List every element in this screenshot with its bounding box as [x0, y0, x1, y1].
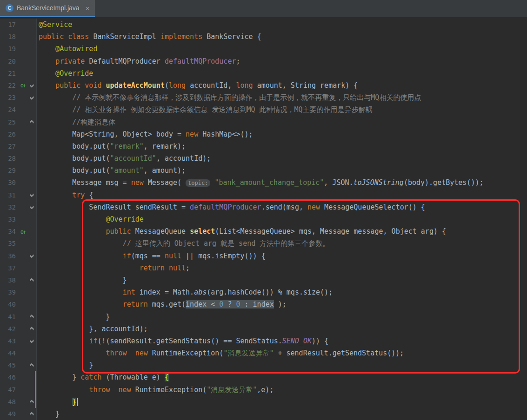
line-number[interactable]: 47	[0, 384, 18, 396]
code-line[interactable]: 22o↑ public void updateAccMount(long acc…	[0, 79, 527, 92]
line-number[interactable]: 40	[0, 298, 18, 310]
code-text[interactable]: body.put("accountId", accountId);	[37, 152, 211, 164]
code-text[interactable]: // 本示例就不像事务消息那样，涉及到数据库方面的操作，由于是示例，就不再重复，…	[37, 92, 421, 104]
code-line[interactable]: 17@Service	[0, 19, 527, 31]
line-number[interactable]: 30	[0, 177, 18, 189]
fold-end-icon[interactable]	[30, 363, 34, 368]
code-text[interactable]: //构建消息体	[37, 116, 115, 128]
code-line[interactable]: 20 private DefaultMQProducer defaultMQPr…	[0, 55, 527, 67]
code-text[interactable]: body.put("amount", amount);	[37, 164, 186, 177]
line-number[interactable]: 38	[0, 274, 18, 286]
code-line[interactable]: 24 // 相关业务操作 例如变更数据库余额信息 发送消息到MQ 此种情况，MQ…	[0, 104, 527, 116]
code-line[interactable]: 29 body.put("amount", amount);	[0, 164, 527, 177]
code-text[interactable]: public MessageQueue select(List<MessageQ…	[37, 225, 446, 237]
line-number[interactable]: 45	[0, 359, 18, 371]
line-number[interactable]: 41	[0, 311, 18, 323]
code-line[interactable]: 42 }, accountId);	[0, 323, 527, 335]
code-text[interactable]: SendResult sendResult = defaultMQProduce…	[37, 201, 425, 213]
code-text[interactable]: private DefaultMQProducer defaultMQProdu…	[37, 55, 240, 67]
code-editor[interactable]: 17@Service18public class BankServiceImpl…	[0, 17, 527, 420]
code-line[interactable]: 37 return null;	[0, 262, 527, 274]
line-number[interactable]: 32	[0, 201, 18, 213]
code-text[interactable]: @Autowired	[37, 43, 97, 55]
code-text[interactable]: try {	[37, 189, 93, 201]
code-text[interactable]: int index = Math.abs(arg.hashCode()) % m…	[37, 286, 333, 298]
line-number[interactable]: 44	[0, 347, 18, 359]
code-text[interactable]: if(mqs == null || mqs.isEmpty()) {	[37, 250, 266, 262]
fold-end-icon[interactable]	[30, 412, 34, 416]
fold-end-icon[interactable]	[30, 120, 34, 124]
line-number[interactable]: 17	[0, 19, 18, 31]
line-number[interactable]: 22	[0, 79, 18, 92]
line-number[interactable]: 42	[0, 323, 18, 335]
code-text[interactable]: // 相关业务操作 例如变更数据库余额信息 发送消息到MQ 此种情况，MQ主要的…	[37, 104, 373, 116]
fold-expanded-icon[interactable]	[30, 84, 34, 88]
code-text[interactable]: if(!(sendResult.getSendStatus() == SendS…	[37, 335, 328, 347]
line-number[interactable]: 37	[0, 262, 18, 274]
code-line[interactable]: 21 @Override	[0, 67, 527, 79]
line-number[interactable]: 49	[0, 408, 18, 420]
code-line[interactable]: 23 // 本示例就不像事务消息那样，涉及到数据库方面的操作，由于是示例，就不再…	[0, 92, 527, 104]
code-text[interactable]: @Override	[37, 213, 144, 225]
code-line[interactable]: 49 }	[0, 408, 527, 420]
code-text[interactable]: body.put("remark", remark);	[37, 140, 186, 152]
code-line[interactable]: 32 SendResult sendResult = defaultMQProd…	[0, 201, 527, 213]
code-line[interactable]: 40 return mqs.get(index < 0 ? 0 : index …	[0, 298, 527, 310]
code-line[interactable]: 41 }	[0, 311, 527, 323]
code-line[interactable]: 34o↑ public MessageQueue select(List<Mes…	[0, 225, 527, 237]
line-number[interactable]: 26	[0, 128, 18, 140]
code-text[interactable]: }, accountId);	[37, 323, 148, 335]
line-number[interactable]: 24	[0, 104, 18, 116]
code-text[interactable]: public class BankServiceImpl implements …	[37, 31, 261, 43]
line-number[interactable]: 19	[0, 43, 18, 55]
fold-expanded-icon[interactable]	[30, 205, 34, 209]
code-text[interactable]: public void updateAccMount(long accountI…	[37, 79, 358, 92]
fold-end-icon[interactable]	[30, 315, 34, 319]
code-line[interactable]: 27 body.put("remark", remark);	[0, 140, 527, 152]
code-line[interactable]: 39 int index = Math.abs(arg.hashCode()) …	[0, 286, 527, 298]
line-number[interactable]: 27	[0, 140, 18, 152]
fold-end-icon[interactable]	[30, 278, 34, 282]
line-number[interactable]: 43	[0, 335, 18, 347]
line-number[interactable]: 48	[0, 396, 18, 408]
code-text[interactable]: Map<String, Object> body = new HashMap<>…	[37, 128, 253, 140]
line-number[interactable]: 28	[0, 152, 18, 164]
line-number[interactable]: 36	[0, 250, 18, 262]
line-number[interactable]: 35	[0, 237, 18, 249]
code-line[interactable]: 26 Map<String, Object> body = new HashMa…	[0, 128, 527, 140]
overriding-method-icon[interactable]: o↑	[20, 82, 25, 89]
code-line[interactable]: 33 @Override	[0, 213, 527, 225]
code-line[interactable]: 48 }	[0, 396, 527, 408]
code-line[interactable]: 47 throw new RuntimeException("消息发送异常",e…	[0, 384, 527, 396]
overriding-method-icon[interactable]: o↑	[20, 229, 25, 235]
line-number[interactable]: 46	[0, 371, 18, 383]
line-number[interactable]: 39	[0, 286, 18, 298]
code-text[interactable]: }	[37, 396, 78, 408]
line-number[interactable]: 29	[0, 164, 18, 177]
code-line[interactable]: 30 Message msg = new Message( topic: "ba…	[0, 177, 527, 189]
code-text[interactable]: }	[37, 359, 93, 371]
code-text[interactable]: } catch (Throwable e) {	[37, 371, 169, 383]
code-line[interactable]: 28 body.put("accountId", accountId);	[0, 152, 527, 164]
code-line[interactable]: 46 } catch (Throwable e) {	[0, 371, 527, 383]
code-text[interactable]: }	[37, 408, 60, 420]
code-line[interactable]: 38 }	[0, 274, 527, 286]
code-text[interactable]: }	[37, 274, 127, 286]
code-text[interactable]: return null;	[37, 262, 190, 274]
line-number[interactable]: 18	[0, 31, 18, 43]
code-text[interactable]: throw new RuntimeException("消息发送异常" + se…	[37, 347, 404, 359]
line-number[interactable]: 20	[0, 55, 18, 67]
code-line[interactable]: 45 }	[0, 359, 527, 371]
code-line[interactable]: 35 // 这里传入的 Object arg 就是 send 方法中的第三个参数…	[0, 237, 527, 249]
line-number[interactable]: 34	[0, 225, 18, 237]
fold-expanded-icon[interactable]	[30, 193, 34, 197]
line-number[interactable]: 23	[0, 92, 18, 104]
fold-end-icon[interactable]	[30, 327, 34, 331]
code-text[interactable]: Message msg = new Message( topic: "bank_…	[37, 177, 483, 189]
code-line[interactable]: 36 if(mqs == null || mqs.isEmpty()) {	[0, 250, 527, 262]
code-line[interactable]: 44 throw new RuntimeException("消息发送异常" +…	[0, 347, 527, 359]
code-line[interactable]: 25 //构建消息体	[0, 116, 527, 128]
code-line[interactable]: 19 @Autowired	[0, 43, 527, 55]
line-number[interactable]: 25	[0, 116, 18, 128]
fold-end-icon[interactable]	[30, 400, 34, 404]
